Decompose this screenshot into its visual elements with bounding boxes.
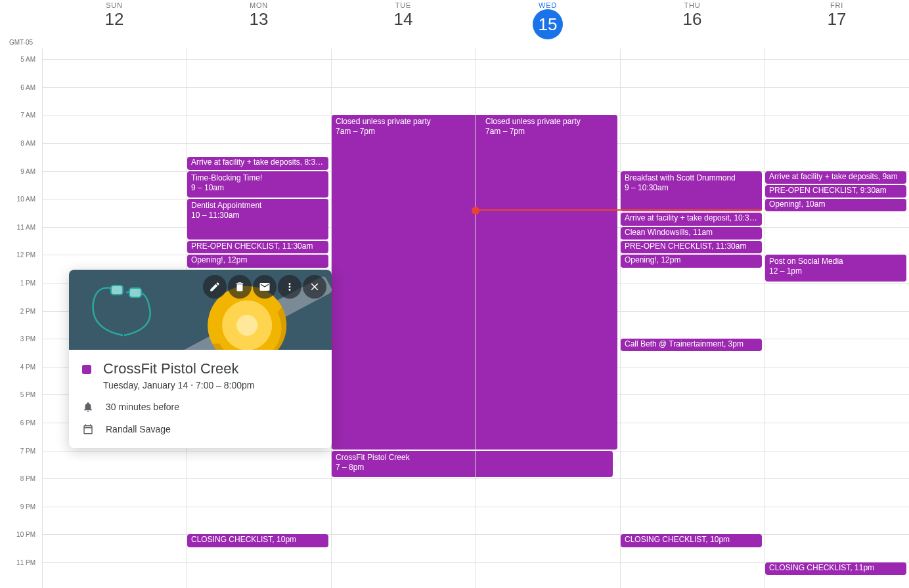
- calendar-name: Randall Savage: [106, 424, 171, 434]
- calendar-event[interactable]: Arrive at facility + take deposits, 8:30…: [187, 157, 328, 169]
- day-column[interactable]: Breakfast with Scott Drummond9 – 10:30am…: [620, 49, 765, 588]
- calendar-event[interactable]: Clean Windowsills, 11am: [621, 227, 762, 240]
- day-header[interactable]: FRI17: [765, 0, 909, 49]
- hour-label: 2 PM: [20, 307, 35, 314]
- hour-label: 12 PM: [16, 251, 35, 259]
- day-of-week: SUN: [42, 1, 187, 9]
- hour-label: 7 PM: [20, 447, 35, 454]
- event-popover: CrossFit Pistol Creek Tuesday, January 1…: [69, 270, 332, 448]
- calendar-event[interactable]: Post on Social Media12 – 1pm: [765, 255, 906, 282]
- hour-label: 6 AM: [20, 83, 35, 91]
- calendar-event[interactable]: CLOSING CHECKLIST, 10pm: [621, 534, 762, 547]
- hour-label: 4 PM: [20, 363, 35, 370]
- calendar-event[interactable]: CLOSING CHECKLIST, 11pm: [765, 562, 906, 575]
- calendar-event[interactable]: Opening!, 12pm: [187, 255, 328, 267]
- calendar-event[interactable]: PRE-OPEN CHECKLIST, 11:30am: [621, 241, 762, 253]
- reminder-text: 30 minutes before: [106, 402, 179, 412]
- calendar-event[interactable]: Opening!, 12pm: [621, 255, 762, 267]
- event-title: CrossFit Pistol Creek: [103, 360, 254, 377]
- svg-rect-1: [129, 288, 141, 297]
- hour-label: 8 PM: [20, 475, 35, 482]
- email-button[interactable]: [253, 275, 277, 299]
- timezone-label: GMT-05: [0, 0, 42, 49]
- hour-label: 10 PM: [16, 531, 35, 538]
- day-column[interactable]: Arrive at facility + take deposits, 9amP…: [765, 49, 909, 588]
- trash-icon: [234, 281, 246, 293]
- day-of-week: THU: [620, 1, 765, 9]
- more-vert-icon: [284, 281, 296, 293]
- delete-button[interactable]: [228, 275, 252, 299]
- hour-label: 9 PM: [20, 503, 35, 510]
- day-header[interactable]: MON13: [187, 0, 331, 49]
- day-of-week: WED: [476, 1, 620, 9]
- day-number: 17: [765, 10, 909, 28]
- hour-label: 3 PM: [20, 335, 35, 343]
- hour-label: 9 AM: [20, 167, 35, 175]
- hour-label: 8 AM: [20, 139, 35, 146]
- day-number: 14: [331, 10, 476, 28]
- calendar-event[interactable]: Closed unless private party7am – 7pm: [481, 115, 617, 449]
- day-number: 13: [187, 10, 331, 28]
- hour-label: 5 PM: [20, 391, 35, 398]
- more-button[interactable]: [278, 275, 301, 299]
- svg-rect-0: [111, 285, 123, 295]
- calendar-event[interactable]: Call Beth @ Trainertainment, 3pm: [621, 339, 762, 351]
- reminder-row: 30 minutes before: [82, 401, 319, 413]
- day-of-week: FRI: [765, 1, 909, 9]
- time-gutter: 5 AM6 AM7 AM8 AM9 AM10 AM11 AM12 PM1 PM2…: [0, 49, 42, 588]
- bell-icon: [82, 401, 94, 413]
- calendar-event[interactable]: Breakfast with Scott Drummond9 – 10:30am: [621, 171, 762, 212]
- event-illustration: [69, 270, 332, 350]
- hour-label: 10 AM: [17, 196, 35, 203]
- edit-button[interactable]: [203, 275, 227, 299]
- calendar-event[interactable]: Arrive at facility + take deposit, 10:30…: [621, 213, 762, 225]
- hour-label: 7 AM: [20, 112, 35, 119]
- day-column[interactable]: Closed unless private party7am – 7pmCros…: [331, 49, 476, 588]
- hour-label: 5 AM: [20, 56, 35, 63]
- day-of-week: MON: [187, 1, 331, 9]
- pencil-icon: [209, 281, 221, 293]
- day-number: 16: [620, 10, 765, 28]
- day-of-week: TUE: [331, 1, 476, 9]
- hour-label: 11 AM: [17, 223, 35, 230]
- earbuds-illustration: [83, 283, 162, 348]
- day-number: 15: [533, 9, 563, 39]
- hour-label: 1 PM: [20, 279, 35, 286]
- day-header[interactable]: WED15: [476, 0, 620, 49]
- calendar-event[interactable]: Time-Blocking Time!9 – 10am: [187, 171, 328, 198]
- calendar-event[interactable]: PRE-OPEN CHECKLIST, 11:30am: [187, 241, 328, 253]
- day-header[interactable]: TUE14: [331, 0, 476, 49]
- calendar-event[interactable]: Dentist Appointment10 – 11:30am: [187, 199, 328, 240]
- calendar-color-chip: [82, 365, 91, 374]
- close-button[interactable]: [303, 275, 326, 299]
- day-column[interactable]: Closed unless private party7am – 7pm: [476, 49, 620, 588]
- calendar-event[interactable]: Arrive at facility + take deposits, 9am: [765, 171, 906, 184]
- calendar-event[interactable]: Opening!, 10am: [765, 199, 906, 211]
- day-header[interactable]: THU16: [620, 0, 765, 49]
- popover-toolbar: [203, 275, 326, 299]
- mail-icon: [259, 281, 271, 293]
- day-number: 12: [42, 10, 187, 28]
- calendar-row: Randall Savage: [82, 423, 319, 435]
- day-headers: SUN12MON13TUE14WED15THU16FRI17: [42, 0, 909, 49]
- event-date-range: Tuesday, January 14 ⋅ 7:00 – 8:00pm: [103, 380, 254, 390]
- calendar-icon: [82, 423, 94, 435]
- hour-label: 11 PM: [16, 558, 35, 566]
- day-header[interactable]: SUN12: [42, 0, 187, 49]
- calendar-event[interactable]: CLOSING CHECKLIST, 10pm: [187, 534, 328, 547]
- hour-label: 6 PM: [20, 419, 35, 426]
- close-icon: [309, 281, 321, 293]
- calendar-event[interactable]: PRE-OPEN CHECKLIST, 9:30am: [765, 185, 906, 198]
